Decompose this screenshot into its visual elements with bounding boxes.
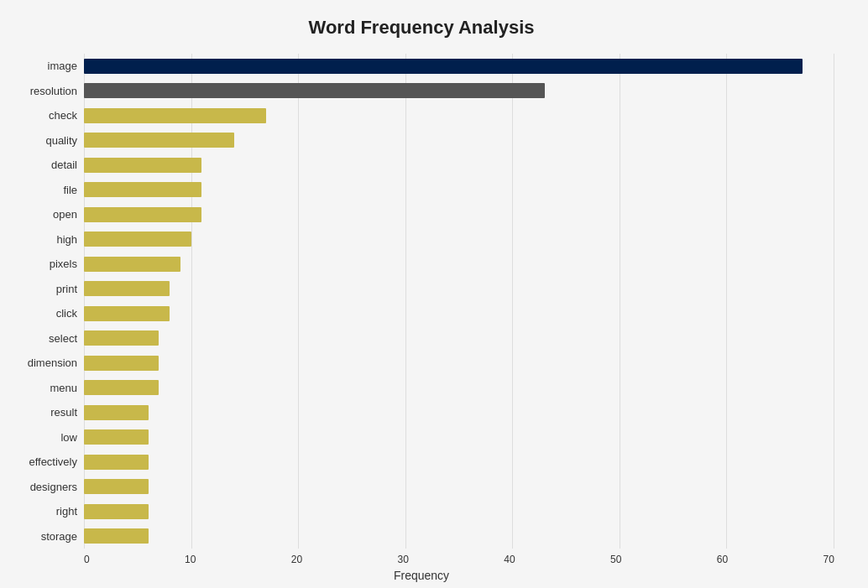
bar [84, 108, 266, 123]
bar [84, 133, 234, 148]
x-tick-label: 0 [84, 554, 90, 565]
y-label: right [56, 506, 77, 517]
bar-row [84, 131, 834, 149]
bar-row [84, 156, 834, 174]
y-label: file [63, 185, 77, 195]
y-label: select [49, 333, 77, 344]
bar [84, 59, 803, 74]
bar-row [84, 354, 834, 372]
bar-row [84, 57, 834, 75]
bar [84, 158, 201, 173]
grid-line [620, 54, 620, 549]
bar [84, 330, 159, 346]
grid-line [726, 54, 727, 549]
y-label: image [48, 60, 77, 71]
bar-row [84, 81, 834, 100]
bar-row [84, 477, 834, 496]
y-label: detail [51, 159, 77, 170]
y-label: result [50, 407, 77, 418]
x-axis-title: Frequency [8, 569, 834, 582]
bars-area [84, 54, 834, 549]
chart-title: Word Frequency Analysis [8, 17, 834, 39]
bar-row [84, 403, 834, 422]
x-tick-label: 10 [185, 554, 196, 565]
y-label: open [53, 209, 77, 220]
bar [84, 356, 159, 371]
y-label: designers [30, 481, 77, 492]
chart-area: imageresolutioncheckqualitydetailfileope… [8, 54, 834, 549]
y-label: dimension [28, 357, 77, 368]
bar [84, 479, 149, 494]
bar [84, 504, 149, 519]
x-tick-label: 60 [717, 554, 728, 565]
y-label: resolution [30, 86, 77, 96]
y-label: check [49, 110, 77, 121]
bar [84, 528, 149, 544]
bar [84, 306, 170, 321]
y-axis: imageresolutioncheckqualitydetailfileope… [8, 54, 84, 549]
y-label: effectively [29, 456, 77, 467]
grid-line [834, 54, 834, 549]
bar [84, 182, 201, 197]
bar-row [84, 428, 834, 446]
grid-line [298, 54, 299, 549]
bar [84, 380, 159, 395]
y-label: print [56, 284, 77, 294]
bar-row [84, 378, 834, 397]
bar-row [84, 255, 834, 273]
x-tick-label: 70 [824, 554, 834, 565]
chart-container: Word Frequency Analysis imageresolutionc… [0, 0, 868, 588]
y-label: click [56, 308, 77, 319]
bar [84, 232, 191, 247]
x-tick-label: 20 [291, 554, 302, 565]
x-axis: 010203040506070 [84, 554, 834, 565]
y-label: menu [50, 382, 77, 393]
grid-lines [84, 54, 834, 549]
bar-row [84, 107, 834, 125]
x-tick-label: 30 [398, 554, 409, 565]
bar [84, 429, 149, 445]
y-label: pixels [50, 258, 77, 269]
bar [84, 257, 180, 272]
y-label: high [56, 234, 77, 245]
bar [84, 207, 201, 222]
x-tick-label: 40 [504, 554, 515, 565]
bar [84, 455, 149, 470]
bar-row [84, 527, 834, 545]
bar-row [84, 206, 834, 224]
bar-row [84, 230, 834, 248]
x-tick-label: 50 [610, 554, 621, 565]
y-label: low [60, 432, 77, 443]
bar [84, 281, 170, 296]
bar-row [84, 304, 834, 323]
bar [84, 405, 149, 420]
y-label: quality [45, 135, 77, 146]
bar-row [84, 180, 834, 199]
grid-line [512, 54, 513, 549]
grid-line [84, 54, 85, 549]
bar-row [84, 279, 834, 298]
bar-row [84, 329, 834, 347]
bar-row [84, 502, 834, 521]
bar-row [84, 453, 834, 471]
grid-line [405, 54, 406, 549]
y-label: storage [41, 531, 77, 542]
bar [84, 83, 545, 98]
grid-line [191, 54, 192, 549]
